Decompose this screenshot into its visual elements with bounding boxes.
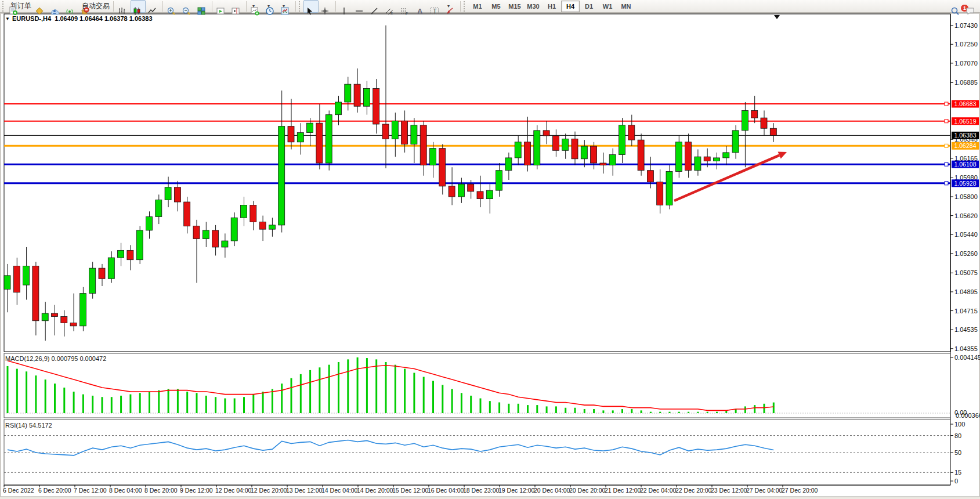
svg-text:1.06383: 1.06383 <box>954 132 977 139</box>
svg-text:1.06519: 1.06519 <box>954 118 977 125</box>
timeframe-button-mn[interactable]: MN <box>617 1 635 12</box>
svg-text:13 Dec 12:00: 13 Dec 12:00 <box>286 487 323 494</box>
timeframe-button-m30[interactable]: M30 <box>524 1 543 12</box>
svg-text:0.000366: 0.000366 <box>956 412 980 419</box>
svg-text:27 Dec 20:00: 27 Dec 20:00 <box>782 487 818 494</box>
auto-scroll-button[interactable] <box>214 0 229 13</box>
svg-text:6 Dec 2022: 6 Dec 2022 <box>3 487 34 494</box>
timeframe-button-h1[interactable]: H1 <box>543 1 561 12</box>
svg-text:1.04895: 1.04895 <box>954 288 978 295</box>
metaeditor-button[interactable] <box>33 0 48 13</box>
fibonacci-button[interactable]: F <box>398 0 413 13</box>
svg-text:50: 50 <box>954 449 961 456</box>
zoom-in-button[interactable] <box>165 0 180 13</box>
svg-text:27 Dec 04:00: 27 Dec 04:00 <box>746 487 783 494</box>
svg-text:20 Dec 04:00: 20 Dec 04:00 <box>534 487 570 494</box>
svg-text:7 Dec 12:00: 7 Dec 12:00 <box>74 487 107 494</box>
toolbar-separator <box>246 1 247 12</box>
svg-text:1.07430: 1.07430 <box>954 22 978 29</box>
time-axis: 6 Dec 20226 Dec 20:007 Dec 12:008 Dec 04… <box>3 485 950 494</box>
chart-ohlc-values: 1.06409 1.06464 1.06378 1.06383 <box>55 15 152 22</box>
svg-text:21 Dec 12:00: 21 Dec 12:00 <box>605 487 641 494</box>
svg-text:12 Dec 20:00: 12 Dec 20:00 <box>251 487 287 494</box>
mt4-terminal: { "toolbar": { "new_order_label": "新订单",… <box>0 0 980 499</box>
svg-text:1.06108: 1.06108 <box>954 161 977 168</box>
svg-text:1.05260: 1.05260 <box>954 250 978 257</box>
line-anchor-marker[interactable] <box>945 102 948 106</box>
svg-text:1.04535: 1.04535 <box>954 326 978 333</box>
autotrading-button[interactable]: 自动交易 <box>78 0 111 13</box>
toolbar-separator <box>295 1 296 12</box>
zoom-out-button[interactable] <box>180 0 195 13</box>
svg-text:E: E <box>390 12 393 15</box>
svg-text:20 Dec 20:00: 20 Dec 20:00 <box>569 487 606 494</box>
horizontal-line-button[interactable] <box>353 0 368 13</box>
svg-text:12 Dec 04:00: 12 Dec 04:00 <box>215 487 252 494</box>
svg-text:1.04355: 1.04355 <box>954 345 978 352</box>
toolbar-separator <box>460 1 461 12</box>
arrows-button[interactable]: ▾ <box>443 0 458 13</box>
vertical-line-button[interactable] <box>338 0 353 13</box>
line-anchor-marker[interactable] <box>945 162 948 166</box>
macd-panel: 0.0041450.000.000366 <box>4 353 980 419</box>
text-label-button[interactable]: T <box>428 0 443 13</box>
svg-text:0.004145: 0.004145 <box>954 354 980 361</box>
svg-text:1.05800: 1.05800 <box>954 193 978 200</box>
chart-canvas: 1.074301.072501.070701.068851.063451.061… <box>0 0 980 499</box>
svg-text:1.07250: 1.07250 <box>954 41 978 48</box>
templates-button[interactable]: ▾ <box>279 0 294 13</box>
svg-text:80: 80 <box>954 432 961 439</box>
svg-text:9 Dec 12:00: 9 Dec 12:00 <box>180 487 213 494</box>
svg-text:15 Dec 12:00: 15 Dec 12:00 <box>392 487 429 494</box>
svg-text:A: A <box>417 7 423 16</box>
line-chart-button[interactable] <box>146 0 161 13</box>
svg-text:22 Dec 04:00: 22 Dec 04:00 <box>640 487 677 494</box>
toolbar-drag-handle[interactable] <box>299 1 302 12</box>
svg-text:23 Dec 12:00: 23 Dec 12:00 <box>711 487 747 494</box>
svg-text:F: F <box>406 12 408 16</box>
new-chart-button[interactable]: ▾ <box>248 0 263 13</box>
notifications-button[interactable]: 1 <box>964 0 979 13</box>
line-anchor-marker[interactable] <box>945 120 948 123</box>
toolbar-drag-handle[interactable] <box>464 1 467 12</box>
svg-text:1.07070: 1.07070 <box>954 60 978 67</box>
timeframe-button-h4[interactable]: H4 <box>561 1 580 12</box>
candlestick-chart-button[interactable] <box>131 0 146 13</box>
equidistant-channel-button[interactable]: E <box>383 0 398 13</box>
timeframe-button-m5[interactable]: M5 <box>487 1 505 12</box>
signals-button[interactable] <box>63 0 78 13</box>
rsi-indicator-label: RSI(14) 54.5172 <box>5 422 52 429</box>
new-order-button[interactable]: 新订单 <box>7 0 33 13</box>
svg-text:1.05928: 1.05928 <box>954 180 977 187</box>
bar-chart-button[interactable] <box>115 0 131 13</box>
svg-text:1.05620: 1.05620 <box>954 212 978 219</box>
timeframe-button-w1[interactable]: W1 <box>598 1 617 12</box>
svg-text:18 Dec 23:00: 18 Dec 23:00 <box>463 487 500 494</box>
line-anchor-marker[interactable] <box>945 182 948 185</box>
svg-text:T: T <box>433 8 437 15</box>
svg-text:19 Dec 12:00: 19 Dec 12:00 <box>498 487 535 494</box>
toolbar-drag-handle[interactable] <box>2 1 6 12</box>
svg-text:8 Dec 20:00: 8 Dec 20:00 <box>144 487 178 494</box>
periods-button[interactable]: ▾ <box>263 0 279 13</box>
tile-windows-button[interactable] <box>195 0 210 13</box>
cursor-button[interactable] <box>303 0 319 13</box>
rsi-panel: 1008050150 <box>4 420 965 485</box>
svg-text:14 Dec 04:00: 14 Dec 04:00 <box>321 487 358 494</box>
line-anchor-marker[interactable] <box>945 144 948 147</box>
timeframe-button-m1[interactable]: M1 <box>468 1 487 12</box>
chart-shift-button[interactable] <box>229 0 244 13</box>
text-button[interactable]: A <box>413 0 428 13</box>
crosshair-button[interactable] <box>319 0 334 13</box>
main-toolbar: 新订单自动交易▾▾▾EFAT▾M1M5M15M30H1H4D1W1MN1 <box>0 0 980 13</box>
svg-text:1.06683: 1.06683 <box>954 100 977 107</box>
trendline-button[interactable] <box>368 0 383 13</box>
timeframe-button-m15[interactable]: M15 <box>505 1 524 12</box>
collapse-ohlc-icon[interactable]: ▼ <box>5 16 10 21</box>
community-button[interactable] <box>48 0 63 13</box>
timeframe-button-d1[interactable]: D1 <box>580 1 598 12</box>
svg-text:1.06284: 1.06284 <box>954 142 977 149</box>
svg-text:100: 100 <box>954 421 965 428</box>
svg-text:22 Dec 20:00: 22 Dec 20:00 <box>675 487 712 494</box>
macd-indicator-label: MACD(12,26,9) 0.000795 0.000472 <box>5 355 106 362</box>
